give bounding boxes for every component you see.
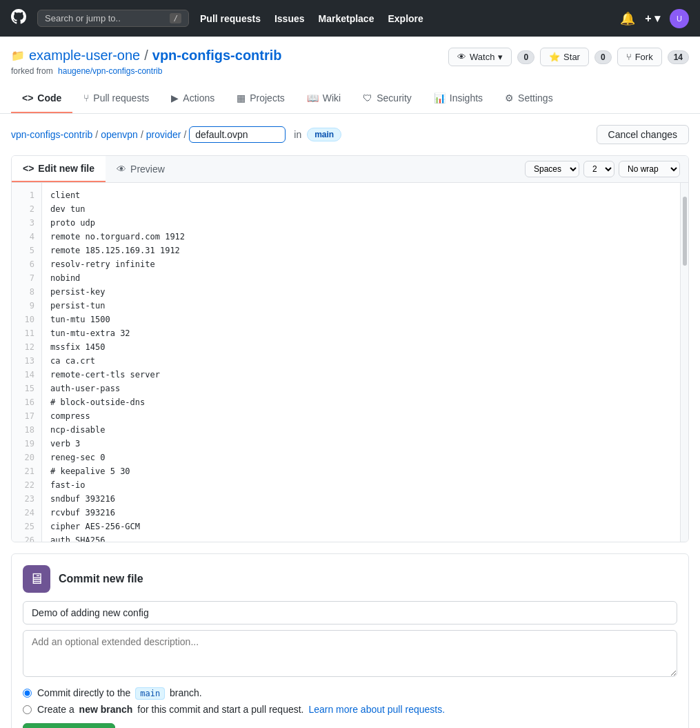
star-label: Star xyxy=(563,52,580,62)
breadcrumb-sep1: / xyxy=(95,129,98,140)
tab-security[interactable]: 🛡 Security xyxy=(352,84,423,113)
commit-branch-badge: main xyxy=(135,687,165,700)
breadcrumb-sep3: / xyxy=(183,129,186,140)
preview-icon: 👁 xyxy=(117,164,126,175)
tab-wiki[interactable]: 📖 Wiki xyxy=(296,84,352,113)
repo-header: 📁 example-user-one / vpn-configs-contrib… xyxy=(0,37,700,76)
search-shortcut: / xyxy=(170,13,181,23)
star-button[interactable]: ⭐ Star xyxy=(540,48,589,66)
search-box[interactable]: Search or jump to.. / xyxy=(37,10,189,27)
repo-fork-info: forked from haugene/vpn-configs-contrib xyxy=(11,66,282,76)
spaces-select[interactable]: Spaces Tabs xyxy=(525,161,579,177)
breadcrumb-dir1-link[interactable]: openvpn xyxy=(101,129,138,140)
fork-button[interactable]: ⑂ Fork xyxy=(617,48,662,66)
settings-icon: ⚙ xyxy=(505,92,514,104)
wrap-select[interactable]: No wrap Soft wrap xyxy=(619,161,680,177)
commit-options: Commit directly to the main branch. Crea… xyxy=(23,687,677,715)
notification-bell-icon[interactable]: 🔔 xyxy=(620,11,635,26)
star-icon: ⭐ xyxy=(549,52,560,62)
edit-file-icon: <> xyxy=(23,163,34,174)
pr-icon: ⑂ xyxy=(83,92,89,104)
filename-input[interactable] xyxy=(189,126,286,143)
wiki-icon: 📖 xyxy=(307,92,319,104)
breadcrumb: vpn-configs-contrib / openvpn / provider… xyxy=(11,126,341,143)
line-numbers: 1234567891011121314151617181920212223242… xyxy=(12,183,42,542)
new-branch-emphasis: new branch xyxy=(79,704,133,715)
tab-insights[interactable]: 📊 Insights xyxy=(423,84,494,113)
fork-source-link[interactable]: haugene/vpn-configs-contrib xyxy=(58,66,162,76)
repo-icon: 📁 xyxy=(11,49,25,62)
fork-count-badge: 14 xyxy=(668,50,689,64)
fork-icon: ⑂ xyxy=(626,52,632,62)
commit-new-file-button[interactable]: Commit new file xyxy=(23,723,115,728)
cancel-changes-button[interactable]: Cancel changes xyxy=(597,125,689,144)
tab-pull-requests[interactable]: ⑂ Pull requests xyxy=(72,84,160,113)
top-nav-right: 🔔 + ▾ U xyxy=(620,9,689,28)
security-icon: 🛡 xyxy=(363,92,372,104)
fork-label: Fork xyxy=(635,52,653,62)
watch-count-badge: 0 xyxy=(517,50,534,64)
repo-name-link[interactable]: vpn-configs-contrib xyxy=(152,48,282,63)
nav-marketplace[interactable]: Marketplace xyxy=(319,13,374,24)
tab-projects[interactable]: ▦ Projects xyxy=(226,84,296,113)
commit-desc-input[interactable] xyxy=(23,630,677,677)
eye-icon: 👁 xyxy=(457,52,466,62)
commit-section: 🖥 Commit new file Commit directly to the… xyxy=(11,553,689,728)
nav-explore[interactable]: Explore xyxy=(388,13,423,24)
indent-select[interactable]: 2 4 xyxy=(583,161,614,177)
repo-tabs: <> Code ⑂ Pull requests ▶ Actions ▦ Proj… xyxy=(0,84,700,114)
top-nav: Search or jump to.. / Pull requests Issu… xyxy=(0,0,700,37)
repo-title: 📁 example-user-one / vpn-configs-contrib xyxy=(11,48,282,63)
watch-label: Watch xyxy=(470,52,494,62)
code-content[interactable]: client dev tun proto udp remote no.torgu… xyxy=(42,183,680,542)
breadcrumb-sep2: / xyxy=(141,129,143,140)
search-placeholder: Search or jump to.. xyxy=(45,13,121,23)
commit-newbranch-radio[interactable] xyxy=(23,705,32,714)
star-count-badge: 0 xyxy=(594,50,612,64)
tab-code[interactable]: <> Code xyxy=(11,84,72,113)
scrollbar-track[interactable] xyxy=(680,183,688,542)
commit-header: 🖥 Commit new file xyxy=(23,565,677,593)
repo-action-buttons: 👁 Watch ▾ 0 ⭐ Star 0 ⑂ Fork 14 xyxy=(448,48,689,66)
nav-issues[interactable]: Issues xyxy=(274,13,305,24)
scrollbar-thumb[interactable] xyxy=(683,197,687,266)
editor-controls: Spaces Tabs 2 4 No wrap Soft wrap xyxy=(517,157,688,181)
branch-badge: main xyxy=(307,128,341,141)
commit-avatar: 🖥 xyxy=(23,565,50,593)
cancel-commit-button[interactable]: Cancel xyxy=(123,723,172,728)
commit-actions: Commit new file Cancel xyxy=(23,723,677,728)
breadcrumb-repo-link[interactable]: vpn-configs-contrib xyxy=(11,129,92,140)
editor-tab-edit[interactable]: <> Edit new file xyxy=(12,156,106,182)
actions-icon: ▶ xyxy=(171,92,179,104)
code-icon: <> xyxy=(22,92,33,104)
repo-separator: / xyxy=(144,48,148,63)
tab-settings[interactable]: ⚙ Settings xyxy=(494,84,564,113)
learn-more-link[interactable]: Learn more about pull requests. xyxy=(308,704,445,715)
top-nav-links: Pull requests Issues Marketplace Explore xyxy=(200,13,423,24)
watch-button[interactable]: 👁 Watch ▾ xyxy=(448,48,512,66)
repo-owner-link[interactable]: example-user-one xyxy=(29,48,140,63)
nav-pull-requests[interactable]: Pull requests xyxy=(200,13,261,24)
github-logo-icon[interactable] xyxy=(11,9,26,28)
watch-dropdown-icon: ▾ xyxy=(498,52,503,62)
commit-title: Commit new file xyxy=(59,573,143,585)
avatar[interactable]: U xyxy=(670,9,689,28)
create-plus-icon[interactable]: + ▾ xyxy=(645,12,660,25)
editor-tabs-bar: <> Edit new file 👁 Preview Spaces Tabs 2… xyxy=(12,156,688,183)
editor-tab-preview[interactable]: 👁 Preview xyxy=(106,157,176,181)
commit-option-new-branch[interactable]: Create a new branch for this commit and … xyxy=(23,704,677,715)
tab-actions[interactable]: ▶ Actions xyxy=(160,84,226,113)
breadcrumb-dir2-link[interactable]: provider xyxy=(146,129,181,140)
repo-header-row: 📁 example-user-one / vpn-configs-contrib… xyxy=(11,48,689,76)
projects-icon: ▦ xyxy=(237,92,246,104)
editor-body[interactable]: 1234567891011121314151617181920212223242… xyxy=(12,183,688,542)
editor-container: <> Edit new file 👁 Preview Spaces Tabs 2… xyxy=(11,155,689,542)
commit-option-direct[interactable]: Commit directly to the main branch. xyxy=(23,687,677,698)
in-label: in xyxy=(294,129,301,140)
commit-direct-radio[interactable] xyxy=(23,689,32,698)
insights-icon: 📊 xyxy=(434,92,446,104)
commit-summary-input[interactable] xyxy=(23,601,677,624)
breadcrumb-bar: vpn-configs-contrib / openvpn / provider… xyxy=(0,114,700,155)
